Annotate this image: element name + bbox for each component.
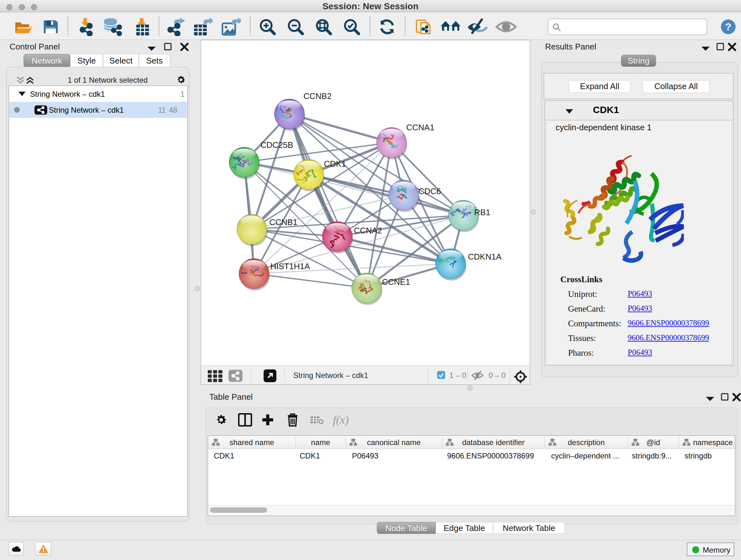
svg-text:RB1: RB1 (474, 207, 490, 217)
svg-text:?: ? (725, 21, 731, 33)
svg-text:HIST1H1A: HIST1H1A (270, 261, 310, 271)
svg-text:CDC6: CDC6 (418, 186, 441, 196)
svg-text:CDC25B: CDC25B (260, 140, 293, 150)
svg-text:CCNB2: CCNB2 (304, 91, 332, 101)
svg-text:CCNE1: CCNE1 (382, 277, 410, 287)
svg-text:CDK1: CDK1 (324, 159, 346, 169)
svg-text:CCNA1: CCNA1 (406, 123, 434, 132)
svg-text:CCNB1: CCNB1 (269, 217, 297, 227)
svg-text:CCNA2: CCNA2 (354, 226, 382, 235)
svg-text:CDKN1A: CDKN1A (468, 252, 502, 261)
